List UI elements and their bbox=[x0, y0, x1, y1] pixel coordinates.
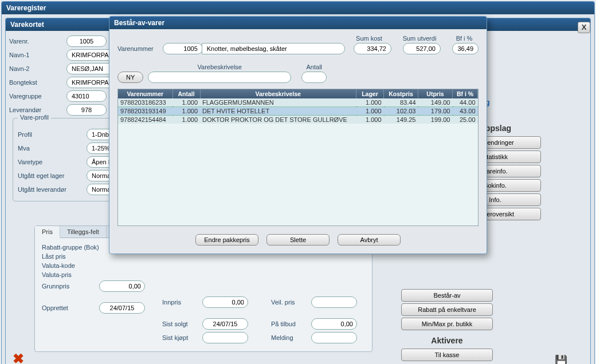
col-lager[interactable]: Lager bbox=[356, 89, 384, 98]
modal-varebeskrivelse-input[interactable] bbox=[148, 72, 291, 83]
varegruppe-label: Varegruppe bbox=[9, 93, 66, 100]
tab-tilleggs[interactable]: Tilleggs-felt bbox=[60, 226, 107, 238]
bongtekst-label: Bongtekst bbox=[9, 79, 66, 86]
sum-kost-label: Sum kost bbox=[349, 35, 389, 43]
bf-pct-value bbox=[452, 43, 479, 54]
bestar-av-button[interactable]: Består-av bbox=[401, 289, 493, 302]
pa-tilbud-label: På tilbud bbox=[271, 321, 311, 327]
grunnpris-label: Grunnpris bbox=[42, 283, 99, 290]
bf-pct-label: Bf i % bbox=[450, 35, 479, 43]
mva-label: Mva bbox=[18, 145, 87, 152]
minmax-button[interactable]: Min/Max pr. butikk bbox=[401, 318, 493, 330]
modal-varenummer-label: Varenummer bbox=[117, 45, 154, 52]
vare-profil-legend: Vare-profil bbox=[18, 114, 51, 121]
sum-utverdi-label: Sum utverdi bbox=[399, 35, 440, 43]
col-kostpris[interactable]: Kostpris bbox=[384, 89, 418, 98]
col-varenummer[interactable]: Varenummer bbox=[118, 89, 172, 98]
sist-kjopt-input[interactable] bbox=[202, 332, 248, 343]
avbryt-button[interactable]: Avbryt bbox=[338, 234, 401, 246]
leverandor-input[interactable] bbox=[66, 104, 107, 116]
utgatt-eget-label: Utgått eget lager bbox=[18, 172, 87, 179]
modal-antall-label: Antall bbox=[307, 64, 323, 70]
melding-input[interactable] bbox=[311, 332, 357, 343]
valuta-pris-label: Valuta-pris bbox=[42, 271, 122, 278]
varegruppe-input[interactable] bbox=[66, 90, 107, 102]
valuta-kode-label: Valuta-kode bbox=[42, 262, 122, 269]
profil-label: Profil bbox=[18, 131, 87, 138]
sist-solgt-input[interactable] bbox=[202, 318, 248, 330]
endre-pakkepris-button[interactable]: Endre pakkepris bbox=[195, 234, 258, 246]
slette-button[interactable]: Slette bbox=[266, 234, 330, 246]
til-kasse-button[interactable]: Til kasse bbox=[401, 349, 493, 361]
table-row[interactable]: 97882031862331.000FLAGGERMUSMANNEN1.0008… bbox=[118, 98, 478, 107]
pa-tilbud-input[interactable] bbox=[311, 318, 357, 330]
save-icon[interactable]: 💾 bbox=[555, 354, 567, 364]
table-row[interactable]: 97882421544841.000DOKTOR PROKTOR OG DET … bbox=[118, 116, 478, 124]
bestar-av-modal: Består-av-varer Sum kost Sum utverdi Bf … bbox=[109, 16, 487, 254]
delete-icon[interactable]: ✖ bbox=[13, 351, 24, 364]
innpris-label: Innpris bbox=[162, 299, 202, 306]
modal-varenummer-input[interactable] bbox=[163, 43, 203, 54]
modal-antall-input[interactable] bbox=[301, 72, 327, 83]
veil-pris-label: Veil. pris bbox=[271, 299, 311, 306]
innpris-input[interactable] bbox=[202, 296, 248, 308]
navn1-label: Navn-1 bbox=[9, 52, 66, 58]
grunnpris-input[interactable] bbox=[99, 280, 145, 292]
sist-solgt-label: Sist solgt bbox=[162, 321, 202, 327]
vareregister-title: Vareregister bbox=[2, 2, 594, 14]
navn2-label: Navn-2 bbox=[9, 65, 66, 72]
aktivere-title: Aktivere bbox=[395, 336, 499, 345]
modal-title: Består-av-varer bbox=[109, 17, 487, 29]
sum-utverdi-value bbox=[403, 43, 441, 54]
opprettet-input[interactable] bbox=[99, 302, 145, 314]
col-bf[interactable]: Bf i % bbox=[453, 89, 478, 98]
sist-kjopt-label: Sist kjøpt bbox=[162, 334, 202, 341]
opprettet-label: Opprettet bbox=[42, 304, 99, 311]
varenr-label: Varenr. bbox=[9, 38, 66, 45]
col-varebeskrivelse[interactable]: Varebeskrivelse bbox=[200, 89, 356, 98]
bestar-av-grid[interactable]: Varenummer Antall Varebeskrivelse Lager … bbox=[117, 89, 479, 226]
modal-varebeskrivelse-label: Varebeskrivelse bbox=[198, 64, 242, 70]
leverandor-label: Leverandør bbox=[9, 106, 66, 113]
tab-pris[interactable]: Pris bbox=[35, 226, 60, 238]
modal-beskrivelse-input[interactable] bbox=[202, 43, 345, 54]
col-utpris[interactable]: Utpris bbox=[418, 89, 453, 98]
sum-kost-value bbox=[354, 43, 391, 54]
close-button[interactable]: X bbox=[578, 22, 590, 33]
utgatt-lev-label: Utgått leverandør bbox=[18, 186, 87, 193]
melding-label: Melding bbox=[271, 334, 311, 341]
rabatt-enkeltvare-button[interactable]: Rabatt på enkeltvare bbox=[401, 303, 493, 316]
veil-pris-input[interactable] bbox=[311, 296, 357, 308]
ny-button[interactable]: NY bbox=[117, 72, 143, 83]
col-antall[interactable]: Antall bbox=[172, 89, 200, 98]
varetype-label: Varetype bbox=[18, 159, 87, 165]
varenr-input[interactable] bbox=[66, 35, 107, 47]
table-row[interactable]: 97882031931491.000DET HVITE HOTELLET1.00… bbox=[118, 107, 478, 116]
